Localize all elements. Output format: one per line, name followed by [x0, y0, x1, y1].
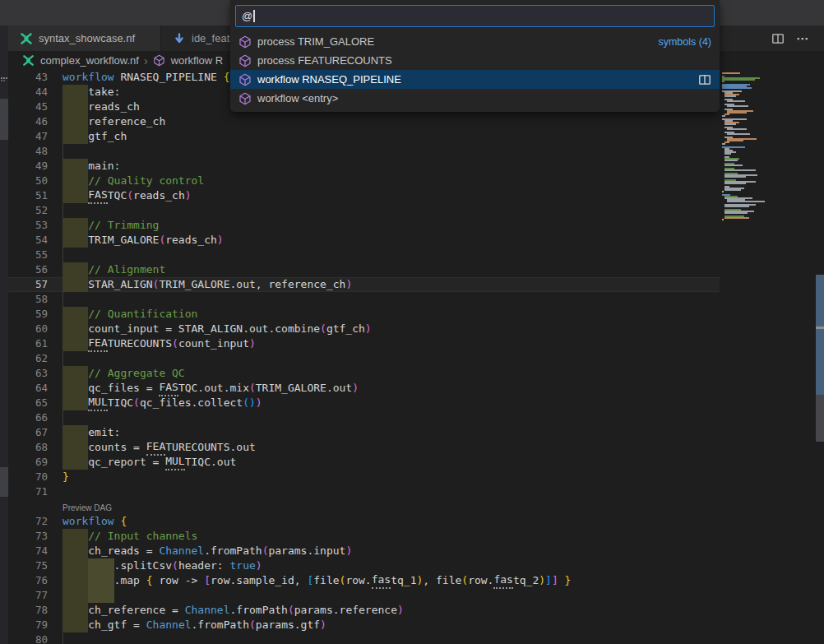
line-number[interactable]: 77 [8, 588, 62, 603]
code-line[interactable]: 59// Quantification [8, 307, 720, 322]
code-line[interactable]: 80 [8, 632, 720, 644]
line-number[interactable]: 47 [8, 129, 62, 144]
tab-syntax-showcase[interactable]: syntax_showcase.nf [8, 25, 161, 51]
quickopen-item-0[interactable]: process TRIM_GALOREsymbols (4) [230, 32, 720, 51]
more-actions-icon[interactable]: ⋯ [796, 35, 809, 43]
line-number[interactable]: 60 [8, 322, 62, 336]
line-number[interactable]: 75 [8, 558, 62, 573]
code-line[interactable]: 62 [8, 351, 720, 366]
code-line[interactable]: 68counts = FEATURECOUNTS.out [8, 440, 720, 455]
code-line[interactable]: 47gtf_ch [8, 129, 720, 144]
line-number[interactable]: 69 [8, 455, 62, 470]
code-token: count_input = STAR_ALIGN.out.combine [88, 322, 320, 336]
code-line[interactable]: 56// Alignment [8, 262, 720, 277]
code-token: workflow [62, 70, 120, 85]
code-line[interactable]: 53// Trimming [8, 218, 720, 233]
code-line[interactable]: 74ch_reads = Channel.fromPath(params.inp… [8, 544, 720, 558]
code-line[interactable]: 65MULTIQC(qc_files.collect()) [8, 396, 720, 410]
code-editor[interactable]: 43workflow RNASEQ_PIPELINE {44take:45rea… [8, 70, 720, 644]
breadcrumb-symbol[interactable]: workflow R [171, 54, 224, 67]
code-line[interactable]: 72workflow { [8, 514, 720, 529]
rail-handle-top[interactable] [0, 99, 8, 140]
code-token: .splitCsv [114, 558, 172, 573]
code-line[interactable]: 64qc_files = FASTQC.out.mix(TRIM_GALORE.… [8, 381, 720, 396]
code-token: gtf_ch [88, 129, 127, 144]
line-number[interactable]: 45 [8, 100, 62, 114]
line-number[interactable]: 72 [8, 514, 62, 529]
quickopen-item-1[interactable]: process FEATURECOUNTS [230, 51, 720, 70]
code-line[interactable]: 54TRIM_GALORE(reads_ch) [8, 233, 720, 248]
line-number[interactable]: 74 [8, 544, 62, 558]
code-line[interactable]: 49main: [8, 159, 720, 174]
quickopen-item-3[interactable]: workflow <entry> [230, 89, 720, 108]
code-line[interactable]: 73// Input channels [8, 529, 720, 544]
line-number[interactable]: 59 [8, 307, 62, 322]
code-line[interactable]: 63// Aggregate QC [8, 366, 720, 381]
line-number[interactable]: 64 [8, 381, 62, 396]
line-number[interactable]: 78 [8, 603, 62, 618]
quickopen-item-2[interactable]: workflow RNASEQ_PIPELINE [230, 70, 720, 89]
code-line[interactable]: 50// Quality control [8, 174, 720, 188]
minimap[interactable] [722, 72, 783, 220]
line-number[interactable]: 55 [8, 248, 62, 262]
code-line[interactable]: 58 [8, 292, 720, 307]
line-number[interactable]: 54 [8, 233, 62, 248]
code-token: .fromPath [192, 618, 249, 632]
minimap-line [722, 72, 740, 74]
line-number[interactable]: 53 [8, 218, 62, 233]
line-number[interactable]: 68 [8, 440, 62, 455]
line-number[interactable]: 43 [8, 70, 62, 85]
line-number[interactable]: 56 [8, 262, 62, 277]
line-number[interactable]: 57 [8, 277, 62, 292]
line-number[interactable]: 73 [8, 529, 62, 544]
code-line[interactable]: 76.map { row -> [row.sample_id, [file(ro… [8, 573, 720, 588]
line-number[interactable]: 67 [8, 425, 62, 440]
line-number[interactable]: 50 [8, 174, 62, 188]
split-editor-icon[interactable] [698, 73, 711, 86]
code-line[interactable]: 69qc_report = MULTIQC.out [8, 455, 720, 470]
code-line[interactable]: 60count_input = STAR_ALIGN.out.combine(g… [8, 322, 720, 336]
line-number[interactable]: 46 [8, 114, 62, 129]
line-number[interactable]: 49 [8, 159, 62, 174]
code-line[interactable]: 75.splitCsv(header: true) [8, 558, 720, 573]
line-number[interactable]: 71 [8, 484, 62, 499]
line-number[interactable]: 76 [8, 573, 62, 588]
quick-open-input[interactable]: @ [235, 5, 715, 27]
line-number[interactable]: 79 [8, 618, 62, 632]
code-line[interactable]: 67emit: [8, 425, 720, 440]
rail-handle-bottom[interactable] [0, 467, 8, 497]
code-line[interactable]: 55 [8, 248, 720, 262]
code-line[interactable]: 77 [8, 588, 720, 603]
code-line[interactable]: 46reference_ch [8, 114, 720, 129]
line-number[interactable]: 62 [8, 351, 62, 366]
line-number[interactable]: 80 [8, 632, 62, 644]
code-line[interactable]: 52 [8, 203, 720, 218]
line-number[interactable]: 70 [8, 470, 62, 484]
code-line[interactable]: 66 [8, 410, 720, 425]
line-number[interactable]: 48 [8, 144, 62, 159]
breadcrumb-file[interactable]: complex_workflow.nf [40, 54, 139, 67]
code-line[interactable]: 78ch_reference = Channel.fromPath(params… [8, 603, 720, 618]
code-line[interactable]: 51FASTQC(reads_ch) [8, 188, 720, 203]
line-number[interactable]: 52 [8, 203, 62, 218]
minimap-line [724, 169, 756, 171]
line-number[interactable]: 63 [8, 366, 62, 381]
code-token: gtf_ch [326, 322, 365, 336]
codelens-preview-dag[interactable]: Preview DAG [8, 499, 720, 514]
code-token: // Quantification [88, 307, 197, 322]
scrollbar-decoration[interactable] [816, 275, 824, 395]
scrollbar-slider[interactable] [816, 395, 824, 442]
line-number[interactable]: 51 [8, 188, 62, 203]
code-line[interactable]: 71 [8, 484, 720, 499]
code-line[interactable]: 79ch_gtf = Channel.fromPath(params.gtf) [8, 618, 720, 632]
code-line[interactable]: 70} [8, 470, 720, 484]
code-line[interactable]: 57STAR_ALIGN(TRIM_GALORE.out, reference_… [8, 277, 720, 292]
line-number[interactable]: 65 [8, 396, 62, 410]
line-number[interactable]: 61 [8, 336, 62, 351]
split-editor-icon[interactable] [771, 32, 785, 45]
line-number[interactable]: 58 [8, 292, 62, 307]
line-number[interactable]: 44 [8, 85, 62, 100]
code-line[interactable]: 61FEATURECOUNTS(count_input) [8, 336, 720, 351]
line-number[interactable]: 66 [8, 410, 62, 425]
code-line[interactable]: 48 [8, 144, 720, 159]
